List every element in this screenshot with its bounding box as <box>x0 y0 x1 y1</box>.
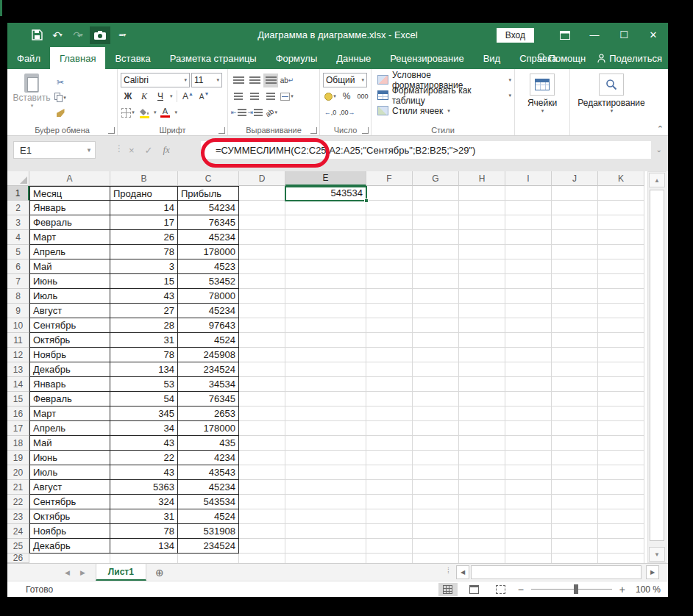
horizontal-scroll-thumb[interactable] <box>471 565 642 579</box>
align-middle-icon[interactable] <box>247 74 262 87</box>
cell-B1[interactable]: Продано <box>110 186 178 201</box>
cell-K7[interactable] <box>598 274 644 289</box>
number-dialog-launcher-icon[interactable] <box>362 127 369 134</box>
cell-A9[interactable]: Август <box>29 304 110 318</box>
row-header-5[interactable]: 5 <box>7 245 29 259</box>
cell-E25[interactable] <box>285 539 366 554</box>
cell-K16[interactable] <box>598 407 644 421</box>
cell-B15[interactable]: 54 <box>110 392 178 407</box>
cell-K2[interactable] <box>598 201 644 215</box>
cell-B16[interactable]: 345 <box>110 407 178 421</box>
row-header-3[interactable]: 3 <box>7 215 29 230</box>
cell-E12[interactable] <box>285 348 366 362</box>
save-icon[interactable] <box>28 26 46 44</box>
cell-J20[interactable] <box>552 465 598 480</box>
cell-A21[interactable]: Август <box>29 480 110 495</box>
cell-G13[interactable] <box>413 362 459 377</box>
row-header-6[interactable]: 6 <box>7 259 29 274</box>
cell-A26[interactable] <box>29 554 110 563</box>
decrease-indent-icon[interactable]: ⇤ <box>231 106 246 120</box>
cell-H21[interactable] <box>459 480 505 495</box>
fill-color-icon[interactable] <box>137 106 152 120</box>
cell-I8[interactable] <box>505 289 552 304</box>
cell-B8[interactable]: 43 <box>110 289 178 304</box>
increase-indent-icon[interactable]: ⇥ <box>248 106 263 120</box>
cell-E4[interactable] <box>285 230 366 245</box>
cell-I10[interactable] <box>505 318 552 333</box>
row-header-23[interactable]: 23 <box>7 509 29 524</box>
align-bottom-icon[interactable] <box>263 74 278 87</box>
cell-H5[interactable] <box>459 245 505 259</box>
cell-E9[interactable] <box>285 304 366 318</box>
column-header-E[interactable]: E <box>285 171 366 186</box>
cut-icon[interactable]: ✂ <box>53 75 68 89</box>
decrease-font-icon[interactable]: А▼ <box>197 90 212 104</box>
cell-G1[interactable] <box>413 186 459 201</box>
page-break-view-button[interactable] <box>491 583 511 596</box>
cell-F9[interactable] <box>366 304 413 318</box>
cell-E3[interactable] <box>285 215 366 230</box>
cell-C24[interactable]: 531908 <box>178 524 239 539</box>
cell-C23[interactable]: 4524 <box>178 509 239 524</box>
cell-D24[interactable] <box>239 524 285 539</box>
percent-style-icon[interactable]: % <box>339 90 354 104</box>
select-all-button[interactable] <box>7 171 29 186</box>
cell-F2[interactable] <box>366 201 413 215</box>
cell-G24[interactable] <box>413 524 459 539</box>
cell-D21[interactable] <box>239 480 285 495</box>
cell-F1[interactable] <box>366 186 413 201</box>
cell-K1[interactable] <box>598 186 644 201</box>
cell-J4[interactable] <box>552 230 598 245</box>
cell-A15[interactable]: Февраль <box>29 392 110 407</box>
cell-C15[interactable]: 76345 <box>178 392 239 407</box>
cell-F18[interactable] <box>366 436 413 451</box>
alignment-dialog-launcher-icon[interactable] <box>310 127 317 134</box>
cell-K21[interactable] <box>598 480 644 495</box>
cell-J3[interactable] <box>552 215 598 230</box>
expand-formula-bar-icon[interactable]: ⌄ <box>656 146 662 154</box>
cell-K12[interactable] <box>598 348 644 362</box>
undo-dropdown-icon[interactable]: ▾ <box>60 32 63 38</box>
cell-B3[interactable]: 17 <box>110 215 178 230</box>
add-sheet-icon[interactable]: ⊕ <box>146 564 173 581</box>
cell-A13[interactable]: Декабрь <box>29 362 110 377</box>
cell-K19[interactable] <box>598 451 644 465</box>
cell-B9[interactable]: 27 <box>110 304 178 318</box>
cell-J13[interactable] <box>552 362 598 377</box>
cell-A10[interactable]: Сентябрь <box>29 318 110 333</box>
cell-I25[interactable] <box>505 539 552 554</box>
column-header-K[interactable]: K <box>598 171 644 186</box>
cells-button[interactable]: Ячейки ▾ <box>519 72 566 123</box>
cell-F8[interactable] <box>366 289 413 304</box>
enter-entry-icon[interactable]: ✓ <box>145 145 153 156</box>
cell-D13[interactable] <box>239 362 285 377</box>
cell-B25[interactable]: 134 <box>110 539 178 554</box>
scroll-up-icon[interactable]: ▲ <box>649 173 665 187</box>
cell-C6[interactable]: 4523 <box>178 259 239 274</box>
accounting-format-icon[interactable]: ▾ <box>323 90 338 104</box>
zoom-slider-thumb[interactable] <box>574 584 578 594</box>
cell-F7[interactable] <box>366 274 413 289</box>
zoom-in-icon[interactable]: + <box>619 584 625 595</box>
editing-button[interactable]: Редактирование ▾ <box>575 72 648 123</box>
cell-D3[interactable] <box>239 215 285 230</box>
cell-A2[interactable]: Январь <box>29 201 110 215</box>
column-header-B[interactable]: B <box>110 171 178 186</box>
undo-icon[interactable]: ↶▾ <box>49 26 66 44</box>
row-header-22[interactable]: 22 <box>7 495 29 509</box>
cell-A20[interactable]: Июль <box>29 465 110 480</box>
cell-F17[interactable] <box>366 421 413 436</box>
cell-D26[interactable] <box>239 554 285 563</box>
cell-G4[interactable] <box>413 230 459 245</box>
row-header-20[interactable]: 20 <box>7 465 29 480</box>
ribbon-display-options-icon[interactable] <box>550 23 580 47</box>
cell-I7[interactable] <box>505 274 552 289</box>
cell-B21[interactable]: 5363 <box>110 480 178 495</box>
cell-K22[interactable] <box>598 495 644 509</box>
cell-I14[interactable] <box>505 377 552 392</box>
cell-K15[interactable] <box>598 392 644 407</box>
cell-K20[interactable] <box>598 465 644 480</box>
cell-C17[interactable]: 178000 <box>178 421 239 436</box>
redo-icon[interactable]: ↷▾ <box>69 26 87 44</box>
font-color-icon[interactable]: А <box>158 106 173 120</box>
